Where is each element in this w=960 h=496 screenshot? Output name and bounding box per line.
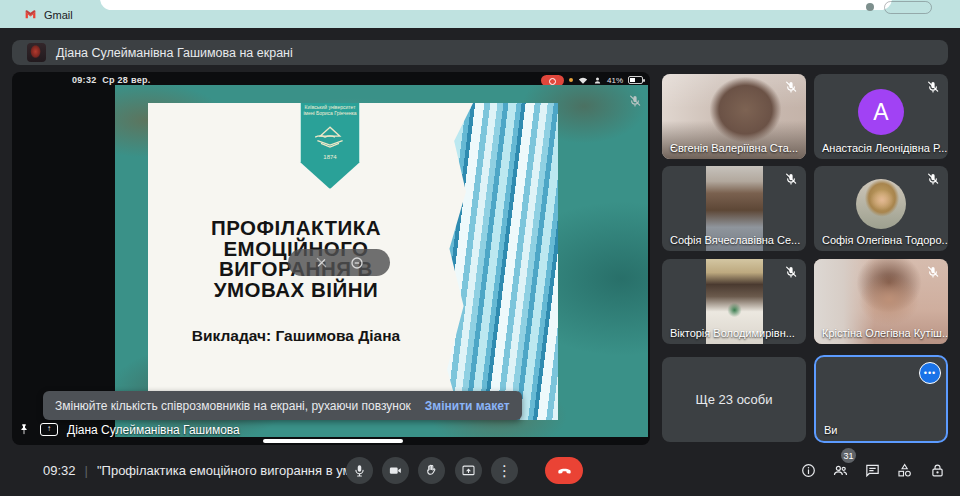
camera-button[interactable] [382,457,409,484]
university-emblem-icon [312,123,348,153]
presenting-banner: Діана Сулейманівна Гашимова на екрані [12,40,948,65]
university-name-line2: імені Бориса Грінченка [303,110,356,116]
self-view-tile[interactable]: ••• Ви [814,355,948,443]
participant-name: Анастасія Леонідівна Р... [822,142,947,154]
host-controls-button[interactable] [929,462,946,479]
photo-avatar [856,179,906,229]
present-icon [461,463,476,478]
tile-options-button[interactable]: ••• [919,362,941,384]
more-participants-label: Ще 23 особи [662,357,806,442]
meeting-title: "Профілактика емоційного вигорання в умо… [97,463,349,478]
university-year: 1874 [323,154,336,160]
slide-title-line1: ПРОФІЛАКТИКА [148,218,444,239]
wifi-icon [578,76,588,85]
pin-icon[interactable] [17,421,31,438]
mic-icon [352,463,367,478]
chat-button[interactable] [864,462,881,479]
end-call-button[interactable] [545,457,583,484]
end-call-icon [556,462,573,479]
letter-avatar: A [858,89,904,135]
more-participants-tile[interactable]: Ще 23 особи [662,357,806,442]
meeting-info-left: 09:32 | "Профілактика емоційного вигоран… [43,463,349,478]
clock: 09:32 [43,463,76,478]
mic-button[interactable] [346,457,373,484]
participant-name: Крістіна Олегівна Кутіш... [822,327,948,339]
popout-button[interactable]: ↑ [40,423,58,436]
presenter-name-label: Діана Сулейманівна Гашимова [67,423,240,437]
mic-off-icon [784,172,798,186]
share-overlay-controls [288,249,390,276]
participant-tile[interactable]: A Анастасія Леонідівна Р... [814,74,948,159]
university-logo: Київський університет імені Бориса Грінч… [300,103,360,189]
presenting-banner-text: Діана Сулейманівна Гашимова на екрані [56,46,293,60]
browser-top-strip: Gmail [0,0,960,28]
slide-title-line4: УМОВАХ ВІЙНИ [148,280,444,301]
layout-tooltip: Змінюйте кількість співрозмовників на ек… [43,391,522,420]
slide-marble-decoration [440,103,558,420]
participant-tile[interactable]: Євгенія Валеріївна Ста... [662,74,806,159]
meeting-details-button[interactable] [800,462,817,479]
battery-icon [628,76,643,84]
participants-button[interactable] [832,462,849,479]
presenter-avatar [27,43,46,62]
browser-button[interactable] [884,1,932,14]
orientation-lock-icon [593,76,602,85]
zoom-out-icon [349,255,365,271]
present-button[interactable] [455,457,482,484]
mic-off-icon [926,265,940,279]
meet-app-window: Gmail Діана Сулейманівна Гашимова на екр… [0,0,960,496]
mic-off-icon [784,265,798,279]
battery-percent: 41% [607,76,623,85]
more-options-button[interactable]: ⋮ [491,457,518,484]
participant-name: Вікторія Володимирівн... [670,327,795,339]
self-label: Ви [824,424,837,436]
shared-screen-tile[interactable]: 09:32 Ср 28 вер. 41% Київський університ… [12,72,650,445]
presenter-mic-off-icon [628,94,642,108]
activities-button[interactable] [896,462,913,479]
participant-name: Софія Вячеславівна Се... [670,234,800,246]
presenter-label-row: ↑ Діана Сулейманівна Гашимова [17,421,240,438]
divider: | [85,463,88,478]
mic-off-icon [926,80,940,94]
participant-tile[interactable]: Софія Вячеславівна Се... [662,166,806,251]
participant-name: Євгенія Валеріївна Ста... [670,142,798,154]
browser-address-bar[interactable] [100,0,892,10]
camera-icon [388,463,403,478]
change-layout-link[interactable]: Змінити макет [425,399,510,413]
mic-off-icon [784,80,798,94]
participant-name: Софія Олегівна Тодоро... [822,234,948,246]
home-indicator-bar [263,439,403,443]
raise-hand-button[interactable] [418,457,445,484]
gmail-bookmark[interactable]: Gmail [24,8,73,21]
device-status-time: 09:32 Ср 28 вер. [72,75,151,85]
recording-indicator-icon [541,75,564,86]
stylus-off-icon [314,255,329,270]
device-date: Ср 28 вер. [102,75,150,85]
gmail-bookmark-label: Gmail [44,9,73,21]
device-time: 09:32 [72,75,97,85]
mic-in-use-icon [569,78,573,82]
layout-tooltip-text: Змінюйте кількість співрозмовників на ек… [55,399,411,413]
more-vertical-icon: ⋮ [497,463,512,478]
participant-tile[interactable]: Софія Олегівна Тодоро... [814,166,948,251]
slide-subtitle: Викладач: Гашимова Діана [148,327,444,345]
browser-profile-icon[interactable] [866,3,874,11]
gmail-icon [24,8,37,21]
participant-tile[interactable]: Крістіна Олегівна Кутіш... [814,259,948,344]
participant-tile[interactable]: Вікторія Володимирівн... [662,259,806,344]
mic-off-icon [926,172,940,186]
hand-icon [424,463,439,478]
participant-count-badge: 31 [841,448,856,463]
